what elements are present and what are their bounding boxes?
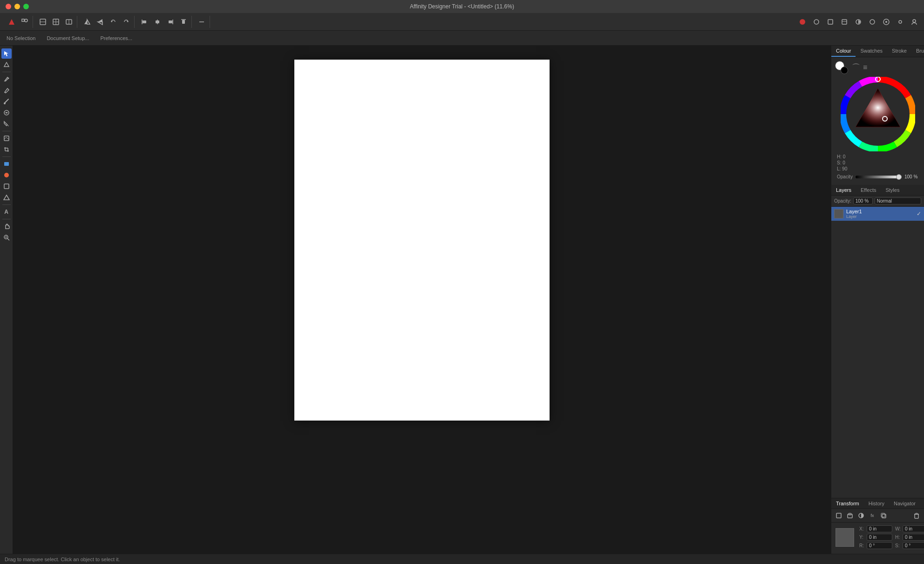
- tab-effects[interactable]: Effects: [856, 185, 881, 195]
- color-picker-btn[interactable]: [810, 16, 822, 28]
- w-label: W:: [895, 526, 901, 531]
- pencil-tool-button[interactable]: [1, 85, 12, 95]
- tab-swatches[interactable]: Swatches: [856, 46, 887, 57]
- color-wheel[interactable]: [841, 77, 915, 151]
- ellipse-tool-button[interactable]: [1, 170, 12, 180]
- align-toolbar-group: [136, 16, 192, 28]
- layers-opacity-input[interactable]: [853, 197, 873, 204]
- bottom-panel-tabs: Transform History Navigator: [831, 498, 924, 509]
- rectangle-tool-button[interactable]: [1, 159, 12, 169]
- crop-tool-button[interactable]: [1, 144, 12, 155]
- vector-pixel-toggle[interactable]: [19, 16, 31, 28]
- w-input[interactable]: [903, 525, 924, 532]
- paint-tool-button[interactable]: [1, 108, 12, 118]
- preferences-label[interactable]: Preferences...: [97, 34, 135, 42]
- layer-group-btn[interactable]: [845, 511, 855, 520]
- x-input[interactable]: [867, 525, 892, 532]
- toolbar-btn-r1[interactable]: [824, 16, 836, 28]
- svg-rect-50: [4, 184, 9, 189]
- layer-sublabel: Layer: [846, 214, 914, 219]
- hand-tool-button[interactable]: [1, 221, 12, 231]
- arrange-btn-1[interactable]: [37, 16, 49, 28]
- settings-btn[interactable]: [894, 16, 906, 28]
- h-field: H:: [895, 534, 924, 541]
- tab-brushes[interactable]: Brushes: [911, 46, 924, 57]
- pen-tool-button[interactable]: [1, 74, 12, 84]
- svg-marker-35: [4, 51, 8, 56]
- shapes-tool-button[interactable]: [1, 181, 12, 191]
- triangle-tool-button[interactable]: [1, 192, 12, 203]
- maximize-button[interactable]: [23, 4, 29, 9]
- align-top-btn[interactable]: [177, 16, 190, 28]
- close-button[interactable]: [6, 4, 11, 9]
- transform-row-1: X: W:: [859, 525, 924, 532]
- svg-rect-68: [915, 514, 918, 518]
- color-swatch-stack[interactable]: [835, 61, 848, 74]
- svg-marker-51: [4, 195, 9, 200]
- svg-marker-11: [84, 20, 87, 24]
- blend-mode-select[interactable]: Normal: [875, 197, 921, 204]
- rotate-l-btn[interactable]: [107, 16, 119, 28]
- svg-point-39: [4, 102, 6, 104]
- l-value: L: 90: [837, 166, 918, 171]
- opacity-slider[interactable]: [856, 176, 902, 178]
- document-setup-label[interactable]: Document Setup...: [44, 34, 92, 42]
- y-input[interactable]: [867, 534, 892, 541]
- align-left-btn[interactable]: [138, 16, 150, 28]
- toolbar-btn-r4[interactable]: [866, 16, 878, 28]
- zoom-tool-button[interactable]: [1, 232, 12, 243]
- h-input[interactable]: [903, 534, 924, 541]
- brush-tool-button[interactable]: [1, 96, 12, 107]
- flip-h-btn[interactable]: [81, 16, 93, 28]
- app-toolbar-group: [4, 16, 33, 28]
- node-tool-button[interactable]: [1, 60, 12, 70]
- layer-mask-btn[interactable]: [856, 511, 866, 520]
- tab-layers[interactable]: Layers: [831, 185, 856, 195]
- tab-styles[interactable]: Styles: [881, 185, 904, 195]
- layer-visibility-check[interactable]: ✓: [917, 211, 921, 217]
- svg-rect-66: [882, 514, 886, 518]
- bottom-panel-icons: fx: [831, 509, 924, 523]
- align-right-btn[interactable]: [164, 16, 177, 28]
- svg-rect-17: [143, 20, 146, 23]
- layer-delete-btn[interactable]: [912, 511, 921, 520]
- svg-point-31: [870, 20, 875, 24]
- share-btn[interactable]: [880, 16, 892, 28]
- color-btn[interactable]: [796, 16, 808, 28]
- layer-item[interactable]: Layer1 Layer ✓: [831, 207, 924, 221]
- r-input[interactable]: [867, 542, 892, 549]
- transform-thumbnail: [836, 528, 854, 547]
- titlebar: Affinity Designer Trial - <Untitled> (11…: [0, 0, 924, 13]
- arrange-btn-2[interactable]: [50, 16, 62, 28]
- no-selection-label[interactable]: No Selection: [4, 34, 38, 42]
- svg-rect-67: [881, 513, 885, 517]
- tab-navigator[interactable]: Navigator: [889, 498, 920, 509]
- tab-colour[interactable]: Colour: [831, 46, 856, 57]
- fill-tool-button[interactable]: [1, 119, 12, 129]
- main-area: A Colour Swatches Stroke Brushes: [0, 46, 924, 554]
- svg-rect-48: [4, 162, 9, 166]
- layer-fx-btn[interactable]: fx: [868, 511, 877, 520]
- canvas-area[interactable]: [13, 46, 831, 554]
- select-tool-button[interactable]: [1, 48, 12, 59]
- canvas-document: [294, 60, 550, 421]
- tab-history[interactable]: History: [864, 498, 889, 509]
- image-tool-button[interactable]: [1, 133, 12, 143]
- layer-duplicate-btn[interactable]: [879, 511, 888, 520]
- opacity-thumb[interactable]: [896, 174, 902, 180]
- toolbar-btn-r2[interactable]: [838, 16, 850, 28]
- text-tool-button[interactable]: A: [1, 207, 12, 217]
- align-center-btn[interactable]: [151, 16, 163, 28]
- layer-add-btn[interactable]: [834, 511, 843, 520]
- tab-stroke[interactable]: Stroke: [887, 46, 911, 57]
- arrange-btn-3[interactable]: [63, 16, 75, 28]
- app-icon-button[interactable]: [6, 16, 18, 28]
- tab-transform[interactable]: Transform: [831, 498, 864, 509]
- minimize-button[interactable]: [14, 4, 20, 9]
- view-btn[interactable]: [196, 16, 208, 28]
- rotate-r-btn[interactable]: [120, 16, 132, 28]
- s-input[interactable]: [903, 542, 924, 549]
- toolbar-btn-r3[interactable]: [852, 16, 864, 28]
- person-btn[interactable]: [908, 16, 920, 28]
- flip-v-btn[interactable]: [94, 16, 106, 28]
